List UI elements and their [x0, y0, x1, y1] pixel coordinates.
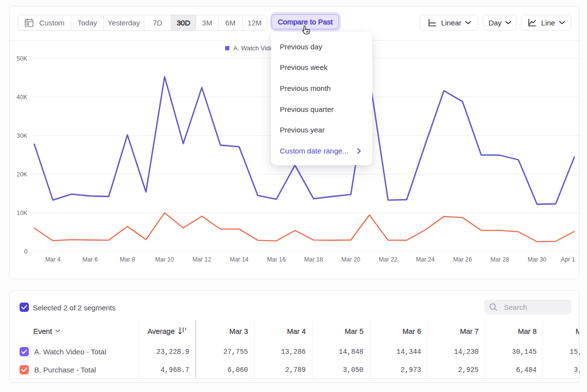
svg-text:30K: 30K	[17, 132, 28, 139]
svg-text:50K: 50K	[17, 55, 28, 62]
svg-text:Mar 6: Mar 6	[82, 256, 98, 263]
svg-text:Mar 10: Mar 10	[155, 256, 174, 263]
svg-text:0: 0	[24, 248, 27, 255]
svg-text:Mar 14: Mar 14	[230, 256, 248, 263]
svg-text:Mar 12: Mar 12	[192, 256, 211, 263]
svg-text:Mar 8: Mar 8	[120, 256, 135, 263]
svg-text:Mar 4: Mar 4	[45, 256, 61, 263]
svg-text:Mar 18: Mar 18	[304, 256, 323, 263]
svg-text:40K: 40K	[17, 94, 28, 101]
svg-text:20K: 20K	[17, 171, 28, 178]
svg-text:Mar 24: Mar 24	[416, 256, 434, 263]
svg-text:Mar 22: Mar 22	[379, 256, 397, 263]
svg-text:Apr 1: Apr 1	[561, 256, 575, 263]
svg-text:Mar 20: Mar 20	[341, 256, 360, 263]
svg-text:Mar 26: Mar 26	[453, 256, 472, 263]
svg-text:Mar 16: Mar 16	[267, 256, 286, 263]
svg-text:Mar 28: Mar 28	[491, 256, 509, 263]
svg-text:10K: 10K	[17, 210, 28, 217]
svg-text:Mar 30: Mar 30	[528, 256, 546, 263]
